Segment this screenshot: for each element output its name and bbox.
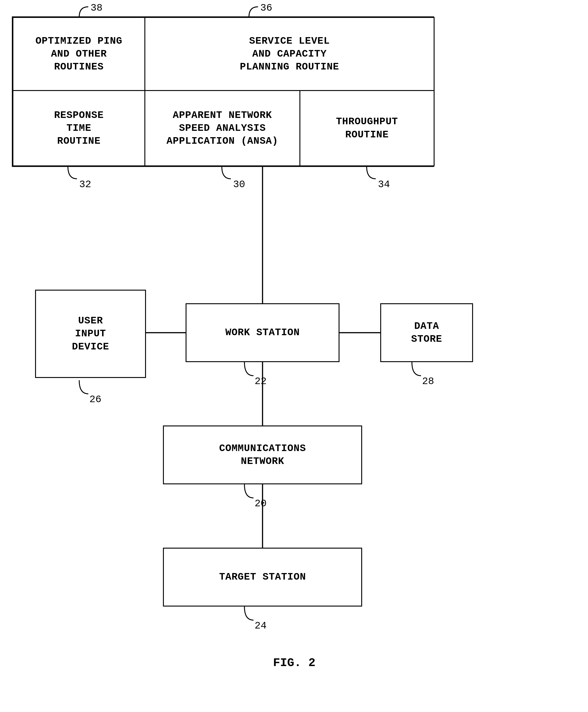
- box-throughput-label: THROUGHPUTROUTINE: [336, 115, 398, 141]
- box-response-time: RESPONSETIMEROUTINE: [13, 90, 145, 166]
- box-work-station-label: WORK STATION: [226, 326, 300, 339]
- ref-28: 28: [422, 376, 434, 387]
- box-throughput: THROUGHPUTROUTINE: [300, 90, 435, 166]
- ref-38: 38: [90, 2, 103, 14]
- box-target-station-label: TARGET STATION: [219, 570, 306, 583]
- ref-34: 34: [378, 179, 390, 190]
- ref-24: 24: [255, 620, 267, 631]
- box-communications-network-label: COMMUNICATIONSNETWORK: [219, 442, 306, 468]
- figure-label: FIG. 2: [238, 656, 351, 670]
- diagram: OPTIMIZED PINGAND OTHERROUTINES SERVICE …: [0, 0, 588, 712]
- box-ansa-label: APPARENT NETWORKSPEED ANALYSISAPPLICATIO…: [167, 109, 278, 148]
- ref-36: 36: [260, 2, 272, 14]
- ref-30: 30: [233, 179, 245, 190]
- ref-26: 26: [89, 394, 101, 405]
- ref-20: 20: [255, 498, 267, 509]
- box-data-store: DATASTORE: [380, 303, 473, 362]
- box-target-station: TARGET STATION: [163, 548, 362, 607]
- box-service-level-label: SERVICE LEVELAND CAPACITYPLANNING ROUTIN…: [240, 35, 339, 74]
- box-optimized-ping: OPTIMIZED PINGAND OTHERROUTINES: [13, 17, 145, 90]
- box-service-level: SERVICE LEVELAND CAPACITYPLANNING ROUTIN…: [145, 17, 435, 90]
- box-ansa: APPARENT NETWORKSPEED ANALYSISAPPLICATIO…: [145, 90, 300, 166]
- box-work-station: WORK STATION: [186, 303, 339, 362]
- box-communications-network: COMMUNICATIONSNETWORK: [163, 425, 362, 484]
- box-user-input: USERINPUTDEVICE: [35, 290, 146, 378]
- box-data-store-label: DATASTORE: [411, 320, 442, 345]
- ref-32: 32: [79, 179, 91, 190]
- box-user-input-label: USERINPUTDEVICE: [72, 314, 109, 353]
- ref-22: 22: [255, 376, 267, 387]
- box-response-time-label: RESPONSETIMEROUTINE: [54, 109, 104, 148]
- box-optimized-ping-label: OPTIMIZED PINGAND OTHERROUTINES: [36, 35, 122, 74]
